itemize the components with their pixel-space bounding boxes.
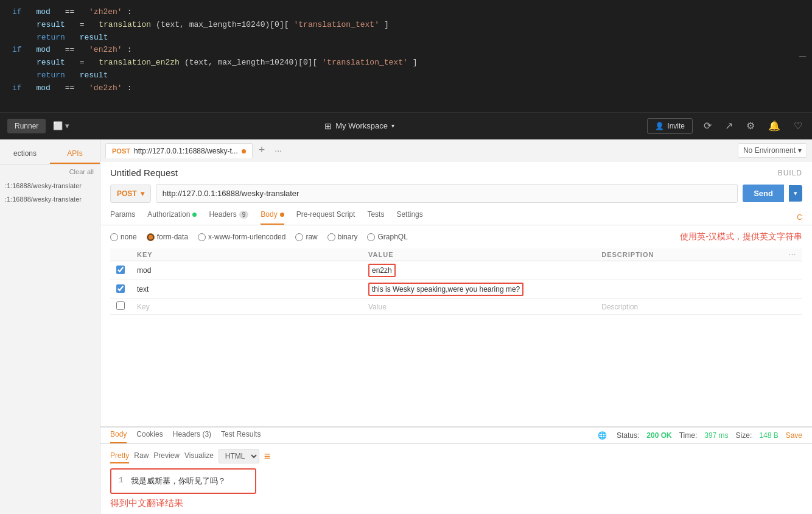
- radio-graphql[interactable]: GraphQL: [367, 233, 407, 241]
- cancel-link[interactable]: C: [797, 213, 802, 222]
- notification-icon[interactable]: 🔔: [766, 118, 783, 134]
- radio-formdata-input[interactable]: [147, 233, 155, 241]
- format-tab-pretty[interactable]: Pretty: [110, 449, 129, 463]
- tab-pre-request[interactable]: Pre-request Script: [296, 210, 355, 225]
- code-line-1: if mod == 'zh2en':: [12, 6, 800, 19]
- save-response-button[interactable]: Save: [786, 431, 802, 440]
- tab-params[interactable]: Params: [110, 210, 135, 225]
- line-number: 1: [119, 476, 124, 487]
- format-tab-visualize[interactable]: Visualize: [184, 449, 214, 463]
- radio-urlencoded-input[interactable]: [198, 233, 206, 241]
- scroll-indicator: —: [799, 48, 806, 65]
- response-content: 我是威斯基，你听见了吗？: [131, 476, 226, 487]
- time-value: 397 ms: [704, 431, 728, 440]
- response-status-area: 🌐 Status: 200 OK Time: 397 ms Size: 148 …: [598, 431, 802, 442]
- format-tab-raw[interactable]: Raw: [134, 449, 149, 463]
- sidebar-item-collections[interactable]: ections: [0, 144, 50, 164]
- radio-raw[interactable]: raw: [295, 233, 317, 241]
- clear-all-button[interactable]: Clear all: [0, 164, 100, 179]
- share-icon[interactable]: ↗: [723, 118, 735, 134]
- topbar: Runner ⬜ ▾ ⊞ My Workspace ▾ 👤 Invite ⟳ ↗…: [0, 113, 812, 139]
- table-row: mod en2zh: [110, 261, 802, 280]
- tab-tests[interactable]: Tests: [367, 210, 384, 225]
- radio-urlencoded[interactable]: x-www-form-urlencoded: [198, 233, 285, 241]
- invite-button[interactable]: 👤 Invite: [647, 118, 693, 134]
- grid-icon: ⊞: [324, 121, 332, 131]
- row1-value: en2zh: [372, 266, 392, 275]
- environment-selector[interactable]: No Environment ▾: [738, 143, 807, 158]
- format-tab-preview[interactable]: Preview: [153, 449, 180, 463]
- runner-button[interactable]: Runner: [7, 119, 46, 133]
- code-area: if mod == 'zh2en': result = translation(…: [0, 0, 812, 113]
- code-line-7: if mod == 'de2zh':: [12, 82, 800, 95]
- radio-raw-input[interactable]: [295, 233, 303, 241]
- resp-tab-headers[interactable]: Headers (3): [173, 430, 211, 443]
- sidebar-nav: ections APIs: [0, 144, 100, 164]
- col-checkbox: [110, 248, 131, 261]
- request-title: Untitled Request: [110, 167, 178, 178]
- resp-tab-cookies[interactable]: Cookies: [136, 430, 163, 443]
- code-line-2: result = translation(text, max_length=10…: [12, 19, 800, 32]
- tab-settings[interactable]: Settings: [396, 210, 422, 225]
- sidebar: ections APIs Clear all :1:16888/wesky-tr…: [0, 139, 100, 514]
- wrap-icon[interactable]: ≡: [264, 450, 271, 463]
- radio-none[interactable]: none: [110, 233, 137, 241]
- import-icon[interactable]: ⬜ ▾: [51, 119, 72, 133]
- tab-headers[interactable]: Headers 9: [209, 210, 248, 225]
- row2-value-highlighted: this is Wesky speaking,were you hearing …: [368, 283, 523, 296]
- radio-graphql-input[interactable]: [367, 233, 375, 241]
- env-chevron-icon: ▾: [798, 146, 802, 155]
- status-value: 200 OK: [646, 431, 671, 440]
- row2-checkbox[interactable]: [116, 284, 125, 293]
- kv-table: KEY VALUE DESCRIPTION ··· mod en2zh: [110, 248, 802, 315]
- resp-tab-body[interactable]: Body: [110, 430, 127, 443]
- request-tab[interactable]: POST http://127.0.0.1:16888/wesky-t...: [105, 143, 253, 158]
- body-annotation: 使用英-汉模式，提供英文字符串: [680, 231, 802, 242]
- url-input[interactable]: [156, 184, 738, 203]
- tab-body[interactable]: Body: [261, 210, 284, 225]
- body-dot: [280, 213, 284, 217]
- workspace-label: My Workspace: [335, 121, 388, 130]
- method-chevron-icon: ▾: [141, 189, 144, 198]
- response-code-output: 1 我是威斯基，你听见了吗？: [110, 468, 256, 494]
- request-tabs: Params Authorization Headers 9 Body Pre-…: [100, 205, 812, 225]
- response-tabs-bar: Body Cookies Headers (3) Test Results 🌐 …: [100, 428, 812, 444]
- code-line-4: if mod == 'en2zh':: [12, 44, 800, 57]
- workspace-selector[interactable]: ⊞ My Workspace ▾: [324, 121, 394, 131]
- sidebar-link-1[interactable]: :1:16888/wesky-translater: [0, 179, 100, 192]
- row1-key: mod: [137, 266, 151, 275]
- tab-authorization[interactable]: Authorization: [147, 210, 197, 225]
- radio-binary[interactable]: binary: [327, 233, 358, 241]
- response-annotation: 得到中文翻译结果: [110, 498, 802, 509]
- request-title-area: Untitled Request BUILD: [100, 161, 812, 181]
- resp-tab-test-results[interactable]: Test Results: [221, 430, 261, 443]
- code-line-5: result = translation_en2zh(text, max_len…: [12, 57, 800, 69]
- sidebar-link-2[interactable]: :1:16888/wesky-translater: [0, 192, 100, 206]
- topbar-right: 👤 Invite ⟳ ↗ ⚙ 🔔 ♡: [647, 118, 805, 134]
- code-line-6: return result: [12, 69, 800, 82]
- row-placeholder-checkbox[interactable]: [116, 301, 125, 310]
- method-selector[interactable]: POST ▾: [110, 185, 151, 203]
- send-button[interactable]: Send: [743, 185, 784, 202]
- sync-icon[interactable]: ⟳: [701, 118, 714, 134]
- tab-method-label: POST: [112, 147, 130, 155]
- tabs-bar: POST http://127.0.0.1:16888/wesky-t... +…: [100, 139, 812, 161]
- radio-formdata[interactable]: form-data: [147, 233, 188, 241]
- heart-icon[interactable]: ♡: [791, 118, 805, 134]
- radio-binary-input[interactable]: [327, 233, 335, 241]
- add-tab-button[interactable]: +: [255, 144, 269, 157]
- radio-none-input[interactable]: [110, 233, 118, 241]
- settings-icon[interactable]: ⚙: [744, 118, 757, 134]
- format-selector[interactable]: HTML JSON Text: [219, 449, 259, 463]
- row1-value-highlighted: en2zh: [368, 264, 396, 277]
- more-tabs-button[interactable]: ···: [271, 146, 285, 155]
- sidebar-item-apis[interactable]: APIs: [50, 144, 100, 164]
- tab-modified-dot: [242, 149, 246, 153]
- col-value: VALUE: [362, 248, 595, 261]
- size-label: Size:: [736, 431, 752, 440]
- request-panel: POST http://127.0.0.1:16888/wesky-t... +…: [100, 139, 812, 514]
- send-dropdown-button[interactable]: ▾: [789, 185, 802, 202]
- col-more: ···: [783, 248, 802, 261]
- body-options: none form-data x-www-form-urlencoded raw…: [100, 225, 812, 248]
- row1-checkbox[interactable]: [116, 266, 125, 274]
